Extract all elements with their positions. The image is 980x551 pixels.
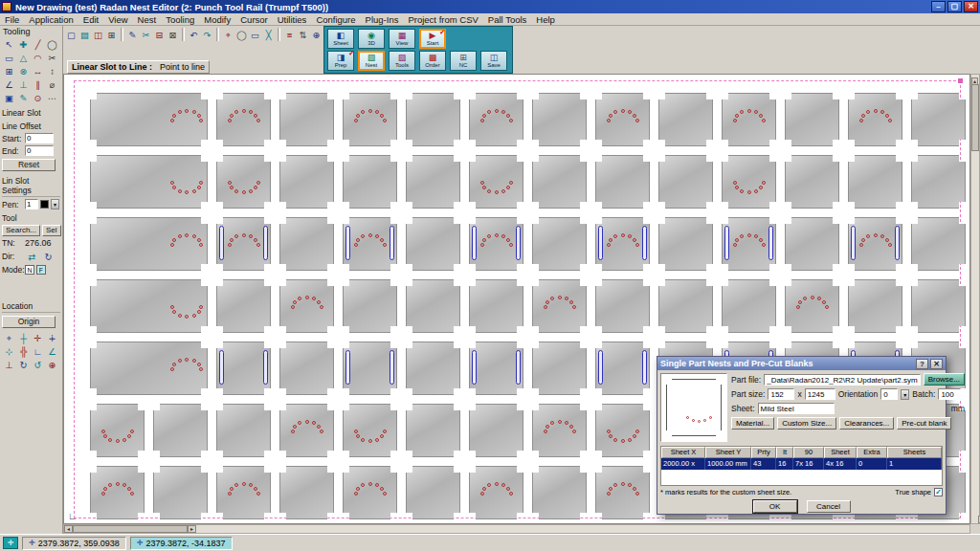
corner-icon[interactable]: ∟ <box>31 344 45 358</box>
nest-part[interactable] <box>722 279 776 333</box>
cut-icon[interactable]: ✂ <box>140 28 152 41</box>
nest-part[interactable] <box>595 93 650 146</box>
nest-part[interactable] <box>343 155 397 209</box>
nest-part[interactable] <box>406 279 460 333</box>
nest-part[interactable] <box>216 279 271 333</box>
nest-part[interactable] <box>406 342 460 395</box>
nest-part[interactable] <box>785 155 839 209</box>
nest-part[interactable] <box>216 93 271 146</box>
target-icon[interactable]: ⌖ <box>2 331 16 344</box>
menu-item-configure[interactable]: Configure <box>311 13 360 26</box>
table-row[interactable]: 2000.00 x1000.00 mm43167x 164x 1601 <box>661 458 942 470</box>
nest-part[interactable] <box>216 155 271 209</box>
angle-icon[interactable]: ∠ <box>2 77 16 91</box>
linear-slot-label[interactable]: Linear Slot <box>2 108 60 118</box>
move-h-icon[interactable]: ↔ <box>31 64 45 77</box>
dir-rotate-icon[interactable]: ↻ <box>41 250 56 263</box>
nest-part[interactable] <box>279 155 334 209</box>
tool-search-button[interactable]: Search... <box>2 225 40 236</box>
nest-part[interactable] <box>343 217 397 271</box>
nest-part[interactable] <box>532 342 587 395</box>
nest-part[interactable] <box>595 279 650 333</box>
title-bar[interactable]: New Drawing (test) Radan Nest Editor (2:… <box>0 0 980 13</box>
nest-part[interactable] <box>911 155 966 209</box>
nest-part[interactable] <box>532 217 587 271</box>
nest-part[interactable] <box>406 466 460 519</box>
menu-item-cursor[interactable]: Cursor <box>235 13 273 26</box>
reset-button[interactable]: Reset <box>2 159 56 171</box>
nest-part[interactable] <box>658 155 713 209</box>
nest-part[interactable] <box>279 342 334 395</box>
views-button[interactable]: ▦View <box>389 29 415 49</box>
rectangle-icon[interactable]: ▭ <box>249 28 261 41</box>
perpendicular-icon[interactable]: ⊥ <box>16 77 31 91</box>
nest-part[interactable] <box>848 217 902 271</box>
nest-part[interactable] <box>153 404 208 457</box>
nest-part[interactable] <box>279 466 334 519</box>
mode-f-toggle[interactable]: F <box>36 265 46 275</box>
nest-part[interactable] <box>279 279 334 333</box>
nest-part[interactable] <box>406 217 460 271</box>
nest-part[interactable] <box>343 342 397 395</box>
menu-item-tooling[interactable]: Tooling <box>161 13 199 26</box>
trim-icon[interactable]: ✂ <box>45 51 59 64</box>
nest-part[interactable] <box>469 93 523 146</box>
nest-part[interactable] <box>532 279 587 333</box>
open-icon[interactable]: ▤ <box>78 28 91 41</box>
menu-item-file[interactable]: File <box>0 13 24 26</box>
diameter-icon[interactable]: ⌀ <box>45 77 59 91</box>
zoom-in-icon[interactable]: ⊕ <box>310 28 323 41</box>
nest-part[interactable] <box>90 279 208 333</box>
dialog-title-bar[interactable]: Single Part Nests and Pre-Cut Blanks ? ✕ <box>657 357 946 370</box>
table-header-cell[interactable]: It <box>776 447 793 458</box>
nest-part[interactable] <box>469 342 523 395</box>
rotate-cw-icon[interactable]: ↻ <box>16 358 31 371</box>
nest-part[interactable] <box>595 466 650 519</box>
sheet-button[interactable]: ◧Sheet <box>327 29 354 49</box>
ok-button[interactable]: OK <box>753 500 797 513</box>
pen-dropdown[interactable]: ▾ <box>51 199 59 209</box>
start-button[interactable]: ▶Start✔ <box>419 29 446 49</box>
pen-icon[interactable]: ✎ <box>16 91 31 104</box>
menu-item-help[interactable]: Help <box>531 13 560 26</box>
minimize-button[interactable]: – <box>931 1 946 12</box>
nest-part[interactable] <box>279 93 334 146</box>
circle-icon[interactable]: ◯ <box>235 28 248 41</box>
nest-part[interactable] <box>279 217 334 271</box>
nest-part[interactable] <box>848 279 902 333</box>
nest-part[interactable] <box>216 466 271 519</box>
redo-icon[interactable]: ↷ <box>201 28 213 41</box>
paste-icon[interactable]: ⊠ <box>167 28 179 41</box>
rotate-ccw-icon[interactable]: ↺ <box>31 358 45 371</box>
custom-size-button[interactable]: Custom Size... <box>777 417 836 430</box>
new-icon[interactable]: ▢ <box>65 28 78 41</box>
start-input[interactable] <box>25 133 54 143</box>
dir-swap-icon[interactable]: ⇄ <box>25 250 39 263</box>
end-input[interactable] <box>25 145 54 156</box>
part-size-x-input[interactable] <box>768 388 794 400</box>
center-snap-icon[interactable]: ⊕ <box>45 358 59 371</box>
clearances-button[interactable]: Clearances... <box>839 417 894 430</box>
move-v-icon[interactable]: ↕ <box>45 64 59 77</box>
grid-snap-icon[interactable]: ⊹ <box>2 344 16 358</box>
orientation-dropdown-icon[interactable]: ▾ <box>901 389 909 400</box>
maximize-button[interactable]: ▢ <box>947 1 962 12</box>
nest-part[interactable] <box>90 404 145 457</box>
table-header-cell[interactable]: Sheet Y <box>705 447 751 458</box>
nest-part[interactable] <box>722 155 776 209</box>
batch-input[interactable] <box>938 388 961 400</box>
sort-icon[interactable]: ⇅ <box>297 28 309 41</box>
nest-part[interactable] <box>216 342 271 395</box>
menu-item-project-from-csv[interactable]: Project from CSV <box>403 13 482 26</box>
nest-part[interactable] <box>343 404 397 457</box>
vertical-scrollbar[interactable]: ▲ ▼ <box>970 74 980 524</box>
angle-snap-icon[interactable]: ∠ <box>45 344 59 358</box>
material-button[interactable]: Material... <box>731 417 774 430</box>
nest-button[interactable]: ▧Nest <box>358 51 385 71</box>
menu-item-view[interactable]: View <box>103 13 132 26</box>
line-icon[interactable]: ╱ <box>31 37 45 51</box>
table-header-cell[interactable]: 90 <box>793 447 824 458</box>
table-header-cell[interactable]: Sheets <box>887 447 942 458</box>
perp-snap-icon[interactable]: ⊥ <box>2 358 16 371</box>
edit-icon[interactable]: ✎ <box>126 28 139 41</box>
